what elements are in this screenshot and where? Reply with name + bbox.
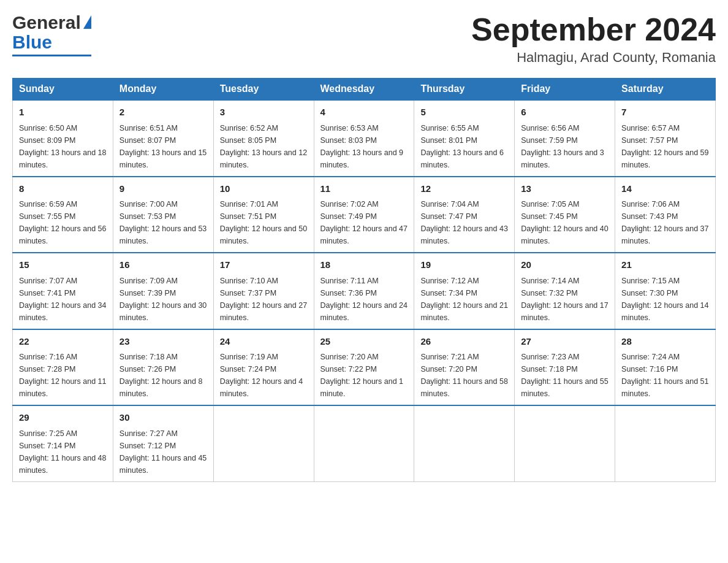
day-info: Sunrise: 6:51 AMSunset: 8:07 PMDaylight:… <box>119 122 207 171</box>
day-info: Sunrise: 6:52 AMSunset: 8:05 PMDaylight:… <box>220 122 308 171</box>
day-info: Sunrise: 7:25 AMSunset: 7:14 PMDaylight:… <box>19 427 107 477</box>
day-number: 13 <box>521 182 609 196</box>
logo-underline <box>12 55 91 56</box>
calendar-day-8: 8Sunrise: 6:59 AMSunset: 7:55 PMDaylight… <box>13 177 113 253</box>
logo-triangle-icon <box>83 15 91 29</box>
calendar-week-3: 15Sunrise: 7:07 AMSunset: 7:41 PMDayligh… <box>13 253 716 329</box>
day-number: 10 <box>220 182 308 196</box>
day-info: Sunrise: 7:18 AMSunset: 7:26 PMDaylight:… <box>119 351 207 400</box>
day-number: 3 <box>220 105 308 120</box>
calendar-day-3: 3Sunrise: 6:52 AMSunset: 8:05 PMDaylight… <box>213 100 314 177</box>
calendar-title: September 2024 <box>471 12 716 47</box>
day-info: Sunrise: 7:14 AMSunset: 7:32 PMDaylight:… <box>521 275 609 324</box>
calendar-day-16: 16Sunrise: 7:09 AMSunset: 7:39 PMDayligh… <box>113 253 213 329</box>
day-info: Sunrise: 7:15 AMSunset: 7:30 PMDaylight:… <box>621 275 709 324</box>
day-number: 23 <box>119 335 207 349</box>
day-info: Sunrise: 6:56 AMSunset: 7:59 PMDaylight:… <box>521 122 609 171</box>
calendar-day-23: 23Sunrise: 7:18 AMSunset: 7:26 PMDayligh… <box>113 329 213 406</box>
day-number: 6 <box>521 105 609 120</box>
day-info: Sunrise: 7:27 AMSunset: 7:12 PMDaylight:… <box>119 427 207 477</box>
calendar-day-25: 25Sunrise: 7:20 AMSunset: 7:22 PMDayligh… <box>314 329 414 406</box>
day-number: 21 <box>621 258 709 272</box>
calendar-subtitle: Halmagiu, Arad County, Romania <box>471 50 716 66</box>
day-number: 5 <box>420 105 508 120</box>
day-info: Sunrise: 7:19 AMSunset: 7:24 PMDaylight:… <box>220 351 308 400</box>
calendar-day-17: 17Sunrise: 7:10 AMSunset: 7:37 PMDayligh… <box>213 253 314 329</box>
day-number: 7 <box>621 105 709 120</box>
weekday-header-friday: Friday <box>515 79 615 101</box>
page-header: General Blue September 2024 Halmagiu, Ar… <box>12 12 716 66</box>
day-number: 9 <box>119 182 207 196</box>
day-info: Sunrise: 6:55 AMSunset: 8:01 PMDaylight:… <box>420 122 508 171</box>
day-info: Sunrise: 7:02 AMSunset: 7:49 PMDaylight:… <box>320 198 408 247</box>
logo: General Blue <box>12 12 91 56</box>
day-number: 19 <box>420 258 508 272</box>
day-info: Sunrise: 6:57 AMSunset: 7:57 PMDaylight:… <box>621 122 709 171</box>
calendar-day-15: 15Sunrise: 7:07 AMSunset: 7:41 PMDayligh… <box>13 253 113 329</box>
day-info: Sunrise: 6:59 AMSunset: 7:55 PMDaylight:… <box>19 198 107 247</box>
day-number: 25 <box>320 335 408 349</box>
calendar-week-1: 1Sunrise: 6:50 AMSunset: 8:09 PMDaylight… <box>13 100 716 177</box>
logo-blue: Blue <box>12 32 52 53</box>
day-number: 12 <box>420 182 508 196</box>
calendar-empty-cell <box>213 405 314 481</box>
day-info: Sunrise: 7:00 AMSunset: 7:53 PMDaylight:… <box>119 198 207 247</box>
calendar-day-19: 19Sunrise: 7:12 AMSunset: 7:34 PMDayligh… <box>414 253 515 329</box>
day-number: 11 <box>320 182 408 196</box>
calendar-day-10: 10Sunrise: 7:01 AMSunset: 7:51 PMDayligh… <box>213 177 314 253</box>
calendar-day-12: 12Sunrise: 7:04 AMSunset: 7:47 PMDayligh… <box>414 177 515 253</box>
calendar-day-9: 9Sunrise: 7:00 AMSunset: 7:53 PMDaylight… <box>113 177 213 253</box>
day-info: Sunrise: 7:05 AMSunset: 7:45 PMDaylight:… <box>521 198 609 247</box>
day-number: 18 <box>320 258 408 272</box>
day-info: Sunrise: 7:21 AMSunset: 7:20 PMDaylight:… <box>420 351 508 400</box>
calendar-empty-cell <box>414 405 515 481</box>
day-info: Sunrise: 7:11 AMSunset: 7:36 PMDaylight:… <box>320 275 408 324</box>
day-number: 29 <box>19 411 107 425</box>
calendar-day-26: 26Sunrise: 7:21 AMSunset: 7:20 PMDayligh… <box>414 329 515 406</box>
calendar-day-1: 1Sunrise: 6:50 AMSunset: 8:09 PMDaylight… <box>13 100 113 177</box>
calendar-day-22: 22Sunrise: 7:16 AMSunset: 7:28 PMDayligh… <box>13 329 113 406</box>
day-number: 17 <box>220 258 308 272</box>
weekday-header-monday: Monday <box>113 79 213 101</box>
calendar-day-27: 27Sunrise: 7:23 AMSunset: 7:18 PMDayligh… <box>515 329 615 406</box>
calendar-day-11: 11Sunrise: 7:02 AMSunset: 7:49 PMDayligh… <box>314 177 414 253</box>
calendar-day-21: 21Sunrise: 7:15 AMSunset: 7:30 PMDayligh… <box>615 253 716 329</box>
day-info: Sunrise: 6:50 AMSunset: 8:09 PMDaylight:… <box>19 122 107 171</box>
calendar-week-2: 8Sunrise: 6:59 AMSunset: 7:55 PMDaylight… <box>13 177 716 253</box>
day-info: Sunrise: 7:10 AMSunset: 7:37 PMDaylight:… <box>220 275 308 324</box>
day-number: 28 <box>621 335 709 349</box>
day-info: Sunrise: 7:16 AMSunset: 7:28 PMDaylight:… <box>19 351 107 400</box>
day-info: Sunrise: 7:07 AMSunset: 7:41 PMDaylight:… <box>19 275 107 324</box>
calendar-day-14: 14Sunrise: 7:06 AMSunset: 7:43 PMDayligh… <box>615 177 716 253</box>
calendar-day-24: 24Sunrise: 7:19 AMSunset: 7:24 PMDayligh… <box>213 329 314 406</box>
day-info: Sunrise: 7:04 AMSunset: 7:47 PMDaylight:… <box>420 198 508 247</box>
weekday-header-row: SundayMondayTuesdayWednesdayThursdayFrid… <box>13 79 716 101</box>
day-number: 16 <box>119 258 207 272</box>
calendar-day-4: 4Sunrise: 6:53 AMSunset: 8:03 PMDaylight… <box>314 100 414 177</box>
day-number: 8 <box>19 182 107 196</box>
day-info: Sunrise: 7:23 AMSunset: 7:18 PMDaylight:… <box>521 351 609 400</box>
weekday-header-saturday: Saturday <box>615 79 716 101</box>
calendar-empty-cell <box>615 405 716 481</box>
weekday-header-sunday: Sunday <box>13 79 113 101</box>
day-number: 15 <box>19 258 107 272</box>
day-number: 20 <box>521 258 609 272</box>
day-number: 30 <box>119 411 207 425</box>
day-number: 2 <box>119 105 207 120</box>
day-number: 27 <box>521 335 609 349</box>
calendar-day-28: 28Sunrise: 7:24 AMSunset: 7:16 PMDayligh… <box>615 329 716 406</box>
weekday-header-thursday: Thursday <box>414 79 515 101</box>
day-info: Sunrise: 7:12 AMSunset: 7:34 PMDaylight:… <box>420 275 508 324</box>
day-info: Sunrise: 7:01 AMSunset: 7:51 PMDaylight:… <box>220 198 308 247</box>
calendar-day-18: 18Sunrise: 7:11 AMSunset: 7:36 PMDayligh… <box>314 253 414 329</box>
day-info: Sunrise: 7:20 AMSunset: 7:22 PMDaylight:… <box>320 351 408 400</box>
weekday-header-wednesday: Wednesday <box>314 79 414 101</box>
calendar-day-6: 6Sunrise: 6:56 AMSunset: 7:59 PMDaylight… <box>515 100 615 177</box>
day-info: Sunrise: 6:53 AMSunset: 8:03 PMDaylight:… <box>320 122 408 171</box>
logo-general: General <box>12 12 81 33</box>
calendar-table: SundayMondayTuesdayWednesdayThursdayFrid… <box>12 78 716 482</box>
calendar-day-7: 7Sunrise: 6:57 AMSunset: 7:57 PMDaylight… <box>615 100 716 177</box>
day-info: Sunrise: 7:09 AMSunset: 7:39 PMDaylight:… <box>119 275 207 324</box>
weekday-header-tuesday: Tuesday <box>213 79 314 101</box>
calendar-week-4: 22Sunrise: 7:16 AMSunset: 7:28 PMDayligh… <box>13 329 716 406</box>
